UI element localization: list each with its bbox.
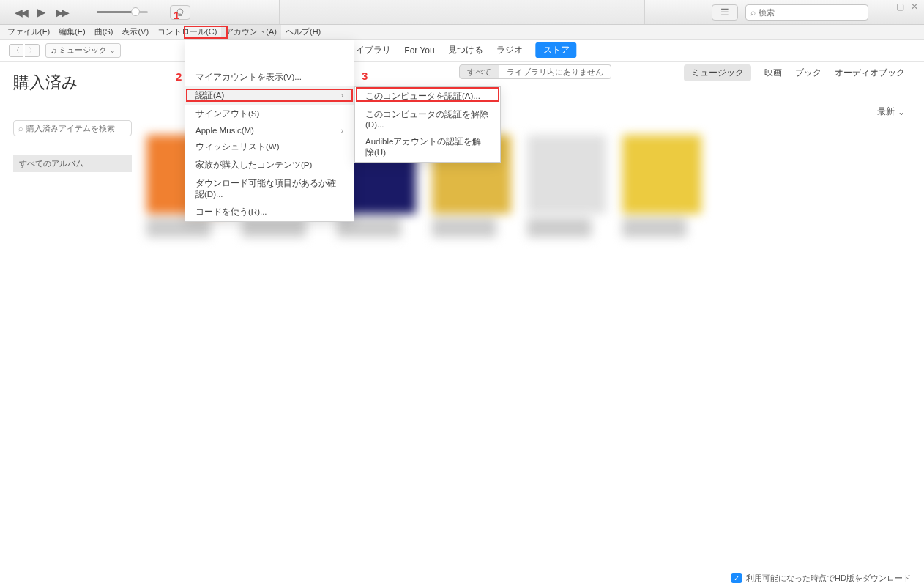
media-type-label: ミュージック	[59, 45, 107, 56]
nav-back-button[interactable]: 〈	[9, 44, 23, 57]
global-search[interactable]: ⌕	[745, 4, 868, 21]
account-dropdown: マイアカウントを表示(V)... 認証(A)› サインアウト(S) Apple …	[185, 40, 354, 222]
subtab-not-in-library[interactable]: ライブラリ内にありません	[499, 64, 611, 79]
tab-radio[interactable]: ラジオ	[496, 44, 523, 56]
maximize-button[interactable]: ▢	[895, 1, 905, 12]
left-column: 購入済み ⌕ すべてのアルバム	[0, 62, 146, 570]
volume-slider[interactable]	[97, 11, 148, 13]
cat-music[interactable]: ミュージック	[684, 64, 751, 81]
subtab-all[interactable]: すべて	[459, 64, 499, 79]
now-playing-lcd	[279, 0, 645, 24]
bottom-bar: ✓ 利用可能になった時点でHD版をダウンロード	[0, 570, 924, 586]
previous-track-icon[interactable]: ◀◀	[15, 7, 26, 18]
menu-view[interactable]: 表示(V)	[117, 25, 153, 39]
authorize-submenu: このコンピュータを認証(A)... このコンピュータの認証を解除(D)... A…	[354, 86, 501, 163]
player-bar: ◀◀ ▶ ▶▶ ☰ ⌕ — ▢ ✕	[0, 0, 924, 25]
menu-view-my-account[interactable]: マイアカウントを表示(V)...	[185, 68, 354, 86]
playback-controls: ◀◀ ▶ ▶▶	[0, 5, 67, 19]
next-track-icon[interactable]: ▶▶	[56, 7, 67, 18]
menu-wishlist[interactable]: ウィッシュリスト(W)	[185, 138, 354, 156]
tab-store[interactable]: ストア	[536, 42, 577, 58]
window-controls: — ▢ ✕	[880, 1, 920, 12]
menu-song[interactable]: 曲(S)	[90, 25, 118, 39]
cat-books[interactable]: ブック	[795, 67, 821, 79]
chevron-right-icon: ›	[341, 92, 343, 100]
hd-download-checkbox[interactable]: ✓	[731, 573, 742, 583]
menu-redeem-code[interactable]: コードを使う(R)...	[185, 204, 354, 221]
album-card[interactable]	[622, 135, 701, 237]
menu-authorizations[interactable]: 認証(A)›	[185, 86, 354, 105]
media-type-select[interactable]: ♫ ミュージック	[45, 43, 121, 58]
cat-movies[interactable]: 映画	[764, 67, 782, 79]
minimize-button[interactable]: —	[880, 1, 890, 12]
submenu-authorize-computer[interactable]: このコンピュータを認証(A)...	[355, 87, 500, 105]
main-tabs: ライブラリ For You 見つける ラジオ ストア	[347, 42, 576, 58]
search-icon: ⌕	[18, 124, 23, 133]
search-input[interactable]	[759, 8, 863, 17]
menu-account[interactable]: アカウント(A)	[221, 25, 281, 39]
menu-apple-music[interactable]: Apple Music(M)›	[185, 123, 354, 138]
album-filter-all[interactable]: すべてのアルバム	[13, 155, 132, 172]
album-card[interactable]	[527, 135, 606, 237]
list-view-button[interactable]: ☰	[712, 4, 738, 21]
list-icon: ☰	[720, 7, 729, 18]
tab-browse[interactable]: 見つける	[448, 44, 483, 56]
menu-bar: ファイル(F) 編集(E) 曲(S) 表示(V) コントロール(C) アカウント…	[0, 25, 924, 40]
sort-dropdown[interactable]: 最新 ⌄	[877, 105, 905, 118]
secondary-toolbar: 〈 〉 ♫ ミュージック ライブラリ For You 見つける ラジオ ストア	[0, 40, 924, 62]
search-icon: ⌕	[750, 7, 756, 18]
submenu-deauthorize-computer[interactable]: このコンピュータの認証を解除(D)...	[355, 105, 500, 133]
menu-controls[interactable]: コントロール(C)	[153, 25, 221, 39]
category-tabs: ミュージック 映画 ブック オーディオブック	[684, 64, 905, 81]
menu-file[interactable]: ファイル(F)	[3, 25, 54, 39]
close-button[interactable]: ✕	[909, 1, 920, 12]
chevron-down-icon: ⌄	[898, 107, 905, 117]
tab-foryou[interactable]: For You	[404, 45, 434, 56]
menu-sign-out[interactable]: サインアウト(S)	[185, 105, 354, 123]
menu-help[interactable]: ヘルプ(H)	[281, 25, 325, 39]
airplay-button[interactable]	[170, 5, 190, 20]
music-note-icon: ♫	[51, 46, 56, 55]
menu-family-purchases[interactable]: 家族が購入したコンテンツ(P)	[185, 156, 354, 174]
purchased-filter-input[interactable]	[26, 124, 127, 133]
hd-download-label: 利用可能になった時点でHD版をダウンロード	[746, 573, 911, 584]
sort-label: 最新	[877, 105, 895, 118]
chevron-right-icon: ›	[341, 127, 343, 135]
menu-check-downloads[interactable]: ダウンロード可能な項目があるか確認(D)...	[185, 174, 354, 204]
purchased-filter-search[interactable]: ⌕	[13, 120, 132, 136]
play-icon[interactable]: ▶	[37, 5, 45, 19]
nav-arrows: 〈 〉	[9, 44, 40, 57]
airplay-icon	[175, 8, 185, 17]
nav-forward-button[interactable]: 〉	[25, 44, 40, 57]
menu-edit[interactable]: 編集(E)	[54, 25, 90, 39]
page-title: 購入済み	[13, 72, 138, 94]
cat-audiobooks[interactable]: オーディオブック	[835, 67, 905, 79]
submenu-deauthorize-audible[interactable]: Audibleアカウントの認証を解除(U)	[355, 133, 500, 162]
purchase-subtabs: すべて ライブラリ内にありません	[459, 64, 611, 79]
